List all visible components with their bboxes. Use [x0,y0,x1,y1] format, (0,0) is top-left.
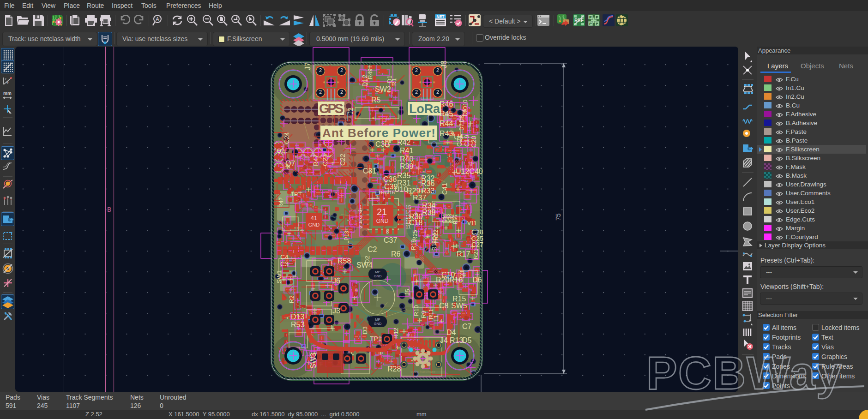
svg-text:R41: R41 [400,147,413,155]
svg-text:5: 5 [359,224,362,229]
svg-text:8: 8 [386,229,389,234]
svg-text:GND: GND [374,322,382,326]
svg-text:R4?: R4? [278,198,284,208]
svg-text:B: B [107,206,111,214]
svg-text:J8: J8 [440,60,448,68]
svg-text:J5: J5 [404,289,411,295]
svg-text:2: 2 [340,89,343,95]
svg-text:R10: R10 [413,305,420,316]
svg-text:2: 2 [436,89,439,95]
svg-text:C22: C22 [339,154,346,166]
svg-text:R12: R12 [392,328,399,339]
svg-text:D6: D6 [472,276,482,284]
svg-text:D10: D10 [462,100,469,110]
svg-text:C37: C37 [384,236,397,244]
svg-text:U12C40: U12C40 [456,168,483,175]
svg-text:LoRa: LoRa [409,102,440,116]
svg-text:R39: R39 [400,162,413,170]
svg-text:C2: C2 [368,245,377,253]
svg-text:75: 75 [555,213,562,221]
svg-text:U10: U10 [394,186,408,193]
svg-text:D3: D3 [362,326,368,334]
svg-text:R13: R13 [450,336,463,344]
svg-text:R6: R6 [391,250,401,258]
svg-text:mm: mm [3,91,12,96]
svg-text:J7: J7 [304,62,312,70]
svg-text:SW3: SW3 [309,353,317,369]
svg-text:TP: TP [291,191,298,198]
svg-text:2: 2 [415,89,418,95]
svg-text:GND: GND [308,222,320,227]
svg-text:P: P [596,15,598,19]
svg-text:R21: R21 [472,248,479,259]
svg-text:C18: C18 [409,219,422,227]
svg-text:GND: GND [374,274,382,278]
svg-text:C27: C27 [471,241,483,248]
svg-text:C19: C19 [463,135,470,147]
svg-text:SW2: SW2 [375,85,391,93]
svg-text:2: 2 [319,67,322,73]
svg-text:R43: R43 [440,130,453,138]
svg-text:R40: R40 [400,155,413,163]
svg-text:C4: C4 [280,253,289,261]
svg-text:C31: C31 [363,167,376,175]
svg-text:R17: R17 [457,250,470,258]
svg-text:C21: C21 [456,135,463,147]
svg-text:Ant Before Power!: Ant Before Power! [322,126,435,140]
svg-text:R36: R36 [421,180,434,187]
svg-text:R47: R47 [312,154,319,166]
svg-text:GPS: GPS [319,101,344,116]
svg-text:D2: D2 [364,256,371,263]
svg-text:P: P [589,15,592,19]
svg-text:D4: D4 [446,329,456,336]
svg-text:R37: R37 [413,194,426,202]
svg-text:V11: V11 [467,220,477,227]
svg-text:R18Q4: R18Q4 [431,233,438,251]
svg-text:P: P [589,22,592,26]
svg-text:R38: R38 [422,209,435,216]
svg-text:C41: C41 [441,183,448,195]
svg-text:C20: C20 [470,136,477,148]
svg-text:R2: R2 [288,295,295,303]
svg-text:P: P [596,22,598,26]
svg-text:R53: R53 [291,321,304,329]
svg-text:open hardware: open hardware [410,370,435,374]
svg-text:C23: C23 [321,154,329,166]
svg-text:R46: R46 [440,100,453,108]
svg-text:MP: MP [375,317,380,322]
svg-text:LP13: LP13 [344,231,350,244]
svg-text:J2: J2 [347,108,354,114]
svg-text:R44: R44 [440,120,453,127]
svg-text:L1: L1 [433,315,440,322]
svg-text:21: 21 [377,207,387,217]
svg-text:TP1: TP1 [370,335,382,342]
svg-text:J6: J6 [332,277,340,285]
svg-text:R49: R49 [367,68,374,79]
svg-text:R5: R5 [371,96,381,104]
svg-text:SW5: SW5 [451,302,467,310]
svg-text:Q?: Q? [277,147,284,154]
svg-text:D13: D13 [291,313,304,321]
svg-text:2: 2 [436,67,439,73]
svg-text:18: 18 [378,190,384,195]
svg-text:D7: D7 [458,123,465,131]
svg-text:θ: θ [6,80,9,84]
svg-text:R45: R45 [440,110,453,118]
svg-text:A: A [156,16,159,22]
svg-text:Q7: Q7 [285,160,295,168]
svg-text:R1: R1 [391,78,398,86]
svg-text:R9: R9 [420,311,427,318]
svg-text:D5: D5 [462,336,472,344]
svg-text:41: 41 [311,215,317,221]
svg-text:NET: NET [437,14,445,19]
svg-text:J3: J3 [332,307,340,315]
svg-text:C24: C24 [283,132,290,144]
svg-text:J4: J4 [440,336,448,344]
svg-text:R56: R56 [452,215,458,224]
svg-text:C3: C3 [280,260,289,268]
svg-text:R35: R35 [397,172,410,180]
svg-text:2: 2 [415,67,418,73]
svg-text:C7: C7 [462,323,472,330]
svg-text:C10: C10 [441,271,455,279]
svg-text:C8: C8 [439,302,449,310]
